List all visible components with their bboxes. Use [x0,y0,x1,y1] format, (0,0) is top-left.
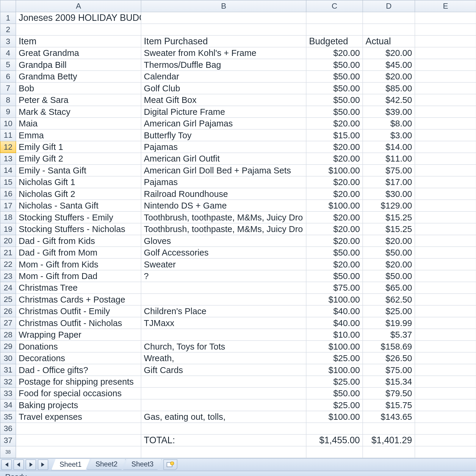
row-header[interactable]: 35 [0,411,16,422]
cell[interactable] [16,434,141,446]
row-header[interactable]: 37 [0,434,16,446]
cell-purchased[interactable]: Gloves [141,235,306,247]
cell-actual[interactable]: $75.00 [363,364,415,376]
cell-budgeted[interactable]: $20.00 [306,259,363,270]
cell-item[interactable]: Nicholas Gift 1 [16,176,141,188]
cell[interactable] [141,24,306,35]
cell-purchased[interactable]: Pajamas [141,141,306,153]
cell-actual[interactable]: $3.00 [363,129,415,141]
cell[interactable] [363,446,415,458]
cell-purchased[interactable]: Sweater from Kohl's + Frame [141,47,306,59]
header-item[interactable]: Item [16,35,141,47]
cell-item[interactable]: Donations [16,341,141,352]
cell-actual[interactable]: $50.00 [363,270,415,282]
cell-actual[interactable]: $20.00 [363,259,415,270]
row-header[interactable]: 32 [0,376,16,387]
cell-item[interactable]: Nicholas Gift 2 [16,188,141,200]
row-header[interactable]: 25 [0,294,16,305]
cell-actual[interactable]: $17.00 [363,176,415,188]
cell-purchased[interactable] [141,282,306,293]
cell-actual[interactable]: $11.00 [363,153,415,165]
row-header[interactable]: 2 [0,24,16,35]
tab-nav-prev[interactable] [13,459,24,470]
cell-actual[interactable]: $19.99 [363,317,415,329]
cell-item[interactable]: Christmas Tree [16,282,141,293]
cell-item[interactable]: Dad - Gift from Kids [16,235,141,247]
header-purchased[interactable]: Item Purchased [141,35,306,47]
cell-actual[interactable]: $30.00 [363,188,415,200]
cell-budgeted[interactable]: $50.00 [306,94,363,106]
tab-nav-next[interactable] [26,459,36,470]
row-header[interactable]: 29 [0,341,16,352]
col-header-A[interactable]: A [16,0,141,12]
cell-budgeted[interactable]: $20.00 [306,235,363,247]
cell[interactable] [415,12,476,24]
sheet-tab[interactable]: Sheet2 [87,459,126,470]
cell-budgeted[interactable]: $50.00 [306,71,363,82]
cell[interactable] [415,399,476,411]
cell-budgeted[interactable]: $40.00 [306,317,363,329]
cell-actual[interactable]: $20.00 [363,71,415,82]
cell-purchased[interactable] [141,329,306,340]
row-header[interactable]: 11 [0,129,16,141]
cell[interactable] [415,294,476,305]
cell[interactable] [415,305,476,317]
cell[interactable] [415,317,476,329]
row-header[interactable]: 14 [0,165,16,176]
cell-item[interactable]: Travel expenses [16,411,141,422]
cell[interactable] [415,247,476,258]
row-header[interactable]: 26 [0,305,16,317]
cell-actual[interactable]: $85.00 [363,82,415,94]
cell[interactable] [306,24,363,35]
cell-purchased[interactable]: Digital Picture Frame [141,106,306,118]
row-header[interactable]: 13 [0,153,16,165]
cell-item[interactable]: Decorations [16,352,141,364]
cell-actual[interactable]: $65.00 [363,282,415,293]
row-header[interactable]: 18 [0,212,16,223]
cell-purchased[interactable]: Nintendo DS + Game [141,200,306,211]
row-header[interactable]: 23 [0,270,16,282]
cell[interactable] [141,423,306,434]
row-header[interactable]: 31 [0,364,16,376]
cell-budgeted[interactable]: $50.00 [306,270,363,282]
col-header-C[interactable]: C [306,0,363,12]
cell-item[interactable]: Grandpa Bill [16,59,141,71]
cell-item[interactable]: Christmas Cards + Postage [16,294,141,305]
cell-item[interactable]: Stocking Stuffers - Nicholas [16,223,141,235]
cell[interactable] [415,259,476,270]
cell-budgeted[interactable]: $20.00 [306,223,363,235]
cell-budgeted[interactable]: $25.00 [306,352,363,364]
tab-nav-first[interactable] [1,459,12,470]
cell[interactable] [415,82,476,94]
title-cell[interactable]: Joneses 2009 HOLIDAY BUDGET SPREADSHEET [16,12,141,24]
cell[interactable] [415,59,476,71]
cell-budgeted[interactable]: $100.00 [306,341,363,352]
cell-budgeted[interactable]: $50.00 [306,247,363,258]
row-header[interactable]: 6 [0,71,16,82]
row-header[interactable]: 16 [0,188,16,200]
cell-actual[interactable]: $20.00 [363,235,415,247]
cell[interactable] [16,423,141,434]
cell[interactable] [415,364,476,376]
cell[interactable] [141,446,306,458]
cell-item[interactable]: Stocking Stuffers - Emily [16,212,141,223]
cell-budgeted[interactable]: $50.00 [306,106,363,118]
cell-item[interactable]: Emily Gift 2 [16,153,141,165]
cell[interactable] [415,188,476,200]
row-header[interactable]: 1 [0,12,16,24]
cell-actual[interactable]: $75.00 [363,165,415,176]
cell-actual[interactable]: $14.00 [363,141,415,153]
cell-item[interactable]: Postage for shipping presents [16,376,141,387]
sheet-tab[interactable]: Sheet3 [123,459,162,470]
cell-purchased[interactable]: American Girl Outfit [141,153,306,165]
cell[interactable] [415,423,476,434]
cell-purchased[interactable]: Toothbrush, toothpaste, M&Ms, Juicy Dro [141,223,306,235]
cell-budgeted[interactable]: $25.00 [306,376,363,387]
row-header[interactable]: 33 [0,387,16,399]
spreadsheet-grid[interactable]: A B C D E 1Joneses 2009 HOLIDAY BUDGET S… [0,0,476,458]
cell[interactable] [415,47,476,59]
cell-purchased[interactable]: ? [141,270,306,282]
cell[interactable] [415,411,476,422]
cell-item[interactable]: Wrapping Paper [16,329,141,340]
cell-actual[interactable]: $79.50 [363,387,415,399]
